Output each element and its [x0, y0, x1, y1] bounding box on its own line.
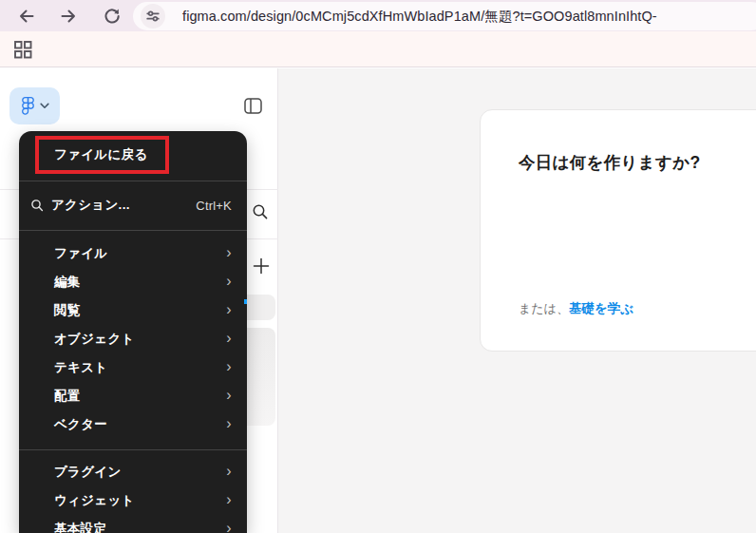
menu-item-back-to-files[interactable]: ファイルに戻る — [19, 137, 247, 173]
search-icon — [252, 203, 269, 220]
chevron-right-icon: › — [226, 464, 232, 479]
menu-item-label: ファイル — [54, 245, 107, 262]
menu-item-text[interactable]: テキスト › — [19, 353, 247, 382]
card-heading: 今日は何を作りますか? — [519, 151, 700, 174]
menu-item-edit[interactable]: 編集 › — [19, 268, 247, 296]
menu-item-label: 配置 — [54, 388, 81, 405]
forward-arrow-icon — [59, 7, 78, 26]
menu-item-object[interactable]: オブジェクト › — [19, 325, 247, 353]
menu-shortcut: Ctrl+K — [196, 199, 232, 213]
url-text: figma.com/design/0cMCmj5cdXfHmWbIadP1aM/… — [182, 8, 657, 26]
search-icon — [30, 199, 44, 212]
card-subtext: または、基礎を学ぶ — [519, 300, 633, 317]
chevron-down-icon — [40, 103, 49, 109]
apps-grid-glyph — [13, 40, 33, 60]
menu-item-label: プラグイン — [54, 464, 122, 481]
plus-icon — [253, 257, 270, 275]
browser-refresh-button[interactable] — [99, 3, 125, 29]
menu-item-label: アクション... — [51, 197, 130, 214]
canvas: 今日は何を作りますか? または、基礎を学ぶ — [278, 68, 756, 533]
menu-item-arrange[interactable]: 配置 › — [19, 382, 247, 410]
menu-divider — [19, 230, 247, 231]
menu-item-label: 閲覧 — [54, 302, 81, 319]
menu-divider — [19, 449, 247, 450]
chevron-right-icon: › — [226, 245, 232, 260]
bookmarks-bar — [0, 31, 756, 67]
chevron-right-icon: › — [226, 388, 232, 403]
new-file-button[interactable] — [253, 257, 270, 275]
menu-item-plugins[interactable]: プラグイン › — [19, 458, 247, 486]
chevron-right-icon: › — [226, 302, 232, 317]
figma-main-menu: ファイルに戻る アクション... Ctrl+K ファイル › 編集 › 閲覧 ›… — [19, 131, 247, 533]
chevron-right-icon: › — [226, 492, 232, 507]
panel-layout-icon — [244, 98, 262, 114]
blue-dot — [244, 299, 247, 304]
menu-item-view[interactable]: 閲覧 › — [19, 296, 247, 325]
menu-item-preferences[interactable]: 基本設定 › — [19, 515, 247, 533]
sidebar-toggle-button[interactable] — [244, 98, 262, 114]
chevron-right-icon: › — [226, 331, 232, 346]
menu-item-label: ウィジェット — [54, 492, 135, 509]
apps-grid-icon[interactable] — [12, 39, 33, 60]
screen: figma.com/design/0cMCmj5cdXfHmWbIadP1aM/… — [0, 0, 756, 533]
refresh-icon — [103, 7, 122, 26]
new-file-card: 今日は何を作りますか? または、基礎を学ぶ — [480, 109, 756, 352]
browser-toolbar: figma.com/design/0cMCmj5cdXfHmWbIadP1aM/… — [0, 0, 756, 31]
address-bar[interactable]: figma.com/design/0cMCmj5cdXfHmWbIadP1aM/… — [133, 2, 756, 30]
browser-forward-button[interactable] — [55, 3, 82, 29]
menu-item-label: テキスト — [54, 359, 107, 376]
menu-divider — [19, 181, 247, 181]
menu-item-label: オブジェクト — [54, 331, 135, 348]
menu-item-widgets[interactable]: ウィジェット › — [19, 486, 247, 515]
menu-item-actions[interactable]: アクション... Ctrl+K — [19, 187, 247, 223]
chevron-right-icon: › — [226, 521, 232, 533]
chevron-right-icon: › — [226, 416, 232, 431]
chevron-right-icon: › — [226, 359, 232, 374]
chevron-right-icon: › — [226, 274, 232, 289]
menu-item-file[interactable]: ファイル › — [19, 239, 247, 268]
menu-item-label: ファイルに戻る — [54, 146, 148, 163]
browser-back-button[interactable] — [13, 3, 40, 29]
search-button[interactable] — [252, 203, 269, 220]
card-alt-prefix: または、 — [519, 301, 569, 315]
tune-icon — [145, 9, 161, 24]
figma-menu-button[interactable] — [9, 87, 60, 124]
figma-logo-icon — [21, 96, 35, 117]
learn-basics-link[interactable]: 基礎を学ぶ — [569, 301, 633, 315]
menu-item-label: 編集 — [54, 274, 81, 291]
menu-item-label: ベクター — [54, 416, 107, 433]
back-arrow-icon — [17, 7, 36, 26]
menu-item-vector[interactable]: ベクター › — [19, 410, 247, 439]
site-settings-button[interactable] — [141, 4, 165, 29]
menu-item-label: 基本設定 — [54, 521, 106, 533]
